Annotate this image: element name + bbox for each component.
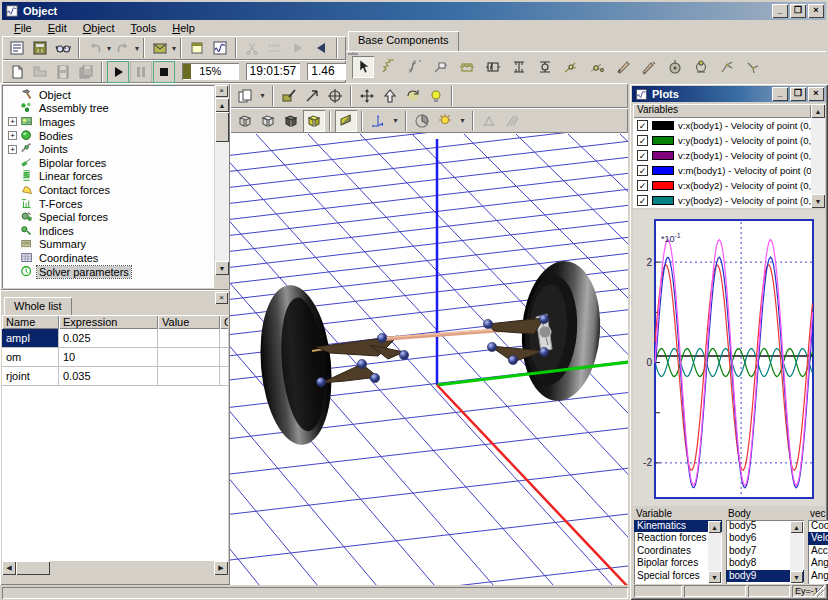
component-pen-button[interactable] <box>612 56 634 78</box>
scroll-down-icon[interactable]: ▼ <box>215 261 229 275</box>
table-row[interactable]: ampl0.025 <box>2 329 228 348</box>
checkbox-icon[interactable]: ✓ <box>637 120 648 131</box>
persp-button[interactable] <box>478 110 500 132</box>
listbox-scrollbar[interactable]: ▲▼ <box>708 521 721 583</box>
scroll-up-icon[interactable]: ▲ <box>215 98 229 112</box>
tree-item-solver-parameters[interactable]: Solver parameters <box>2 265 214 279</box>
wedge-button[interactable] <box>335 110 357 132</box>
tree-item-summary[interactable]: Summary <box>2 238 214 252</box>
tree-scrollbar[interactable]: ▲ ▼ <box>215 98 229 289</box>
tree-item-bodies[interactable]: +Bodies <box>2 129 214 143</box>
value-cell[interactable] <box>158 329 220 348</box>
variables-scroll-up-icon[interactable]: ▲ <box>811 104 825 118</box>
tree-item-indices[interactable]: Indices <box>2 224 214 238</box>
saveall-button[interactable] <box>75 61 97 83</box>
plots-close-button[interactable]: × <box>808 87 824 101</box>
scroll-up-icon[interactable]: ▲ <box>790 521 803 533</box>
component-pointer-button[interactable] <box>352 56 374 78</box>
redo-button[interactable] <box>112 37 134 59</box>
close-button[interactable]: × <box>808 4 824 18</box>
wizard-button[interactable] <box>149 37 171 59</box>
sector-button[interactable] <box>411 110 433 132</box>
window-button[interactable] <box>186 37 208 59</box>
plots-restore-button[interactable]: ❐ <box>790 87 806 101</box>
listbox-scrollbar[interactable]: ▲▼ <box>790 521 803 583</box>
save-button[interactable] <box>52 61 74 83</box>
expand-icon[interactable]: + <box>8 131 17 140</box>
paint-button[interactable] <box>278 85 300 107</box>
variable-row[interactable]: ✓v:y(body2) - Velocity of point (0,0,0) … <box>633 193 811 208</box>
tree-item-t-forces[interactable]: T-Forces <box>2 197 214 211</box>
component-sdamp2-button[interactable] <box>482 56 504 78</box>
variable-row[interactable]: ✓v:z(body1) - Velocity of point (0,0,0) … <box>633 148 811 163</box>
plot-panel[interactable]: 20-2*10-1 <box>633 210 825 506</box>
column-header-expression[interactable]: Expression <box>59 315 158 329</box>
list-item-acc[interactable]: Acc <box>808 545 828 557</box>
tree-item-assembly-tree[interactable]: Assembly tree <box>2 102 214 116</box>
viewport-3d[interactable] <box>230 133 628 585</box>
plots-minimize-button[interactable]: _ <box>772 87 788 101</box>
zoomarr-button[interactable] <box>301 85 323 107</box>
whole-list-close-icon[interactable]: × <box>215 292 228 304</box>
time-step-field[interactable]: 1.46 <box>307 63 346 80</box>
component-tj2-button[interactable] <box>534 56 556 78</box>
minimize-button[interactable]: _ <box>772 4 788 18</box>
undo-button[interactable] <box>84 37 106 59</box>
tree-item-object[interactable]: Object <box>2 88 214 102</box>
cubeshaded-button[interactable] <box>303 110 325 132</box>
component-spring-button[interactable] <box>378 56 400 78</box>
expression-cell[interactable]: 10 <box>59 348 158 367</box>
comment-cell[interactable] <box>220 367 228 386</box>
variables-scrollbar[interactable]: ▼ <box>811 118 825 208</box>
comment-cell[interactable] <box>220 348 228 367</box>
menu-file[interactable]: File <box>6 20 40 36</box>
column-header-comm[interactable]: Comm <box>220 315 228 329</box>
cubesolid-button[interactable] <box>280 110 302 132</box>
tree-item-special-forces[interactable]: Special forces <box>2 210 214 224</box>
table-row[interactable]: om10 <box>2 348 228 367</box>
name-cell[interactable]: ampl <box>2 329 59 348</box>
scroll-right-icon[interactable]: ▶ <box>214 561 228 575</box>
resize-grip[interactable] <box>813 585 825 597</box>
value-cell[interactable] <box>158 367 220 386</box>
expand-icon[interactable]: + <box>8 117 17 126</box>
comment-cell[interactable] <box>220 329 228 348</box>
variable-row[interactable]: ✓v:x(body2) - Velocity of point (0,0,0) … <box>633 178 811 193</box>
checkbox-icon[interactable]: ✓ <box>637 180 648 191</box>
checkbox-icon[interactable]: ✓ <box>637 165 648 176</box>
rays-button[interactable] <box>501 110 523 132</box>
tree-close-icon[interactable]: × <box>215 85 228 97</box>
redo-dropdown-icon[interactable]: ▾ <box>135 37 139 59</box>
component-claw2-button[interactable] <box>742 56 764 78</box>
light-dropdown-icon[interactable]: ▾ <box>457 110 468 132</box>
checkbox-icon[interactable]: ✓ <box>637 150 648 161</box>
component-damper-button[interactable] <box>430 56 452 78</box>
report-button[interactable] <box>6 37 28 59</box>
checkbox-icon[interactable]: ✓ <box>637 195 648 206</box>
variable-row[interactable]: ✓v:y(body1) - Velocity of point (0,0,0) … <box>633 133 811 148</box>
tree-item-coordinates[interactable]: Coordinates <box>2 251 214 265</box>
expression-cell[interactable]: 0.035 <box>59 367 158 386</box>
table-row[interactable]: rjoint0.035 <box>2 367 228 386</box>
calc-button[interactable] <box>29 37 51 59</box>
play-button[interactable] <box>107 61 129 83</box>
light-button[interactable] <box>434 110 456 132</box>
undo-dropdown-icon[interactable]: ▾ <box>107 37 111 59</box>
listbox[interactable]: CooVeloAccAngAng <box>808 520 828 584</box>
whole-list-hscrollbar[interactable]: ◀ ▶ <box>2 561 228 575</box>
list-item-coo[interactable]: Coo <box>808 520 828 532</box>
cubewire-button[interactable] <box>234 110 256 132</box>
scroll-thumb[interactable] <box>215 112 229 142</box>
name-cell[interactable]: rjoint <box>2 367 59 386</box>
scroll-thumb[interactable] <box>16 561 50 575</box>
open-button[interactable] <box>29 61 51 83</box>
uparrow-button[interactable] <box>379 85 401 107</box>
variable-row[interactable]: ✓v:m(body1) - Velocity of point (0,0,0).… <box>633 163 811 178</box>
cut-button[interactable] <box>241 37 263 59</box>
copy-dropdown-icon[interactable]: ▾ <box>257 85 268 107</box>
curves-button[interactable] <box>209 37 231 59</box>
scroll-down-icon[interactable]: ▼ <box>790 571 803 583</box>
name-cell[interactable]: om <box>2 348 59 367</box>
menu-help[interactable]: Help <box>164 20 203 36</box>
scroll-left-icon[interactable]: ◀ <box>2 561 16 575</box>
